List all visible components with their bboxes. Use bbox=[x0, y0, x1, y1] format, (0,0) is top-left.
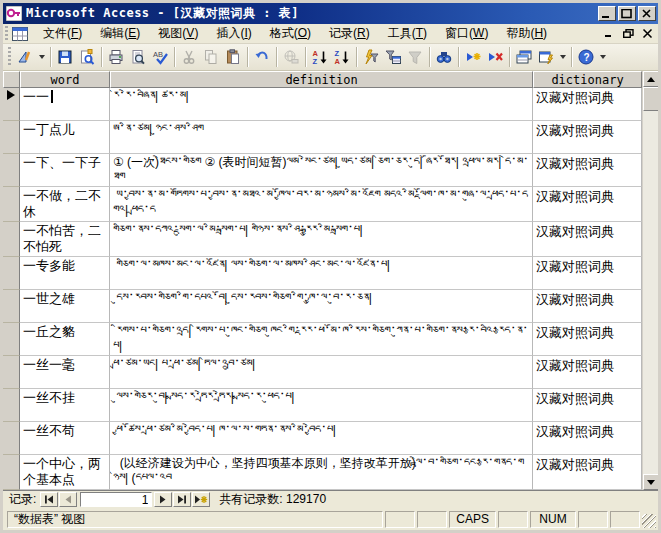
word-cell[interactable]: 一丝一毫 bbox=[20, 356, 110, 389]
row-selector[interactable] bbox=[3, 222, 20, 257]
row-selector[interactable] bbox=[3, 389, 20, 422]
close-button[interactable] bbox=[638, 6, 656, 21]
dictionary-cell[interactable]: 汉藏对照词典 bbox=[533, 187, 642, 222]
definition-cell[interactable]: ཡ་བྱས་ན་མ་གཏོགས་པ་བྱས་ན་མཐའ་མ་ཁྱོལ་བར་མ་… bbox=[110, 187, 533, 222]
dictionary-cell[interactable]: 汉藏对照词典 bbox=[533, 389, 642, 422]
sort-descending-button[interactable]: ZA bbox=[331, 46, 353, 68]
filter-by-selection-button[interactable] bbox=[360, 46, 382, 68]
definition-cell[interactable]: ① (一次)ཐེངས་གཅིག ② (表时间短暂)ལམ་སེང་ཙམ| ཡུད་… bbox=[110, 154, 533, 187]
menubar-grip[interactable] bbox=[5, 26, 8, 42]
file-search-button[interactable] bbox=[76, 46, 98, 68]
dictionary-cell[interactable]: 汉藏对照词典 bbox=[533, 356, 642, 389]
word-cell[interactable]: 一不做，二不休 bbox=[20, 187, 110, 222]
sort-ascending-button[interactable]: AZ bbox=[309, 46, 331, 68]
dictionary-cell[interactable]: 汉藏对照词典 bbox=[533, 121, 642, 154]
row-selector[interactable] bbox=[3, 121, 20, 154]
menu-f[interactable]: 文件(F) bbox=[34, 23, 91, 44]
word-cell[interactable]: 一世之雄 bbox=[20, 290, 110, 323]
filter-by-form-button[interactable] bbox=[382, 46, 404, 68]
definition-cell[interactable]: རེ་རེ་བཞིན| ཚར་མ| bbox=[110, 88, 533, 121]
menu-v[interactable]: 视图(V) bbox=[149, 23, 207, 44]
apply-filter-button[interactable] bbox=[404, 46, 426, 68]
next-record-button[interactable] bbox=[154, 492, 172, 507]
view-button[interactable] bbox=[14, 46, 36, 68]
menu-h[interactable]: 帮助(H) bbox=[497, 23, 556, 44]
dictionary-cell[interactable]: 汉藏对照词典 bbox=[533, 290, 642, 323]
vertical-scrollbar[interactable] bbox=[642, 71, 658, 490]
word-cell[interactable]: 一丝不苟 bbox=[20, 422, 110, 455]
save-button[interactable] bbox=[54, 46, 76, 68]
delete-record-button[interactable] bbox=[484, 46, 506, 68]
child-restore-button[interactable] bbox=[620, 26, 637, 41]
column-header-definition[interactable]: definition bbox=[110, 71, 533, 88]
copy-button[interactable] bbox=[200, 46, 222, 68]
dictionary-cell[interactable]: 汉藏对照词典 bbox=[533, 88, 642, 121]
view-dropdown[interactable] bbox=[36, 46, 47, 68]
previous-record-button[interactable] bbox=[59, 492, 77, 507]
resize-grip[interactable] bbox=[642, 514, 656, 528]
dictionary-cell[interactable]: 汉藏对照词典 bbox=[533, 422, 642, 455]
dictionary-cell[interactable]: 汉藏对照词典 bbox=[533, 222, 642, 257]
first-record-button[interactable] bbox=[40, 492, 58, 507]
definition-cell[interactable]: (以经济建设为中心，坚持四项基本原则，坚持改革开放)ལྟེ་བ་གཅིག་དང་… bbox=[110, 455, 533, 490]
word-cell[interactable]: 一丝不挂 bbox=[20, 389, 110, 422]
menu-i[interactable]: 插入(I) bbox=[207, 23, 260, 44]
definition-cell[interactable]: དུས་རབས་གཅིག་གི་དཔའ་བོ| དུས་རབས་གཅིག་གི་… bbox=[110, 290, 533, 323]
find-button[interactable] bbox=[433, 46, 455, 68]
toolbar-grip[interactable] bbox=[8, 47, 11, 67]
minimize-button[interactable] bbox=[598, 6, 616, 21]
row-selector[interactable] bbox=[3, 323, 20, 356]
dictionary-cell[interactable]: 汉藏对照词典 bbox=[533, 257, 642, 290]
menu-o[interactable]: 格式(O) bbox=[261, 23, 320, 44]
child-minimize-button[interactable] bbox=[601, 26, 618, 41]
column-header-dictionary[interactable]: dictionary bbox=[533, 71, 642, 88]
definition-cell[interactable]: གཅིག་ནས་དཀའ་སྡུག་ལ་མི་སྐྲག་པ| གཉིས་ནས་ཤི… bbox=[110, 222, 533, 257]
row-selector[interactable] bbox=[3, 455, 20, 490]
print-preview-button[interactable] bbox=[127, 46, 149, 68]
word-cell[interactable]: 一丘之貉 bbox=[20, 323, 110, 356]
dictionary-cell[interactable]: 汉藏对照词典 bbox=[533, 154, 642, 187]
menu-r[interactable]: 记录(R) bbox=[320, 23, 379, 44]
word-cell[interactable]: 一个中心，两个基本点 bbox=[20, 455, 110, 490]
toolbar-options-button[interactable] bbox=[597, 46, 608, 68]
database-window-button[interactable] bbox=[513, 46, 535, 68]
scroll-up-button[interactable] bbox=[643, 71, 658, 87]
dictionary-cell[interactable]: 汉藏对照词典 bbox=[533, 455, 642, 490]
insert-hyperlink-button[interactable] bbox=[280, 46, 302, 68]
row-selector[interactable] bbox=[3, 187, 20, 222]
row-selector[interactable] bbox=[3, 257, 20, 290]
word-cell[interactable]: 一一 bbox=[20, 88, 110, 121]
dictionary-cell[interactable]: 汉藏对照词典 bbox=[533, 323, 642, 356]
select-all-header[interactable] bbox=[3, 71, 20, 88]
maximize-button[interactable] bbox=[618, 6, 636, 21]
new-object-button[interactable] bbox=[535, 46, 557, 68]
last-record-button[interactable] bbox=[173, 492, 191, 507]
menu-t[interactable]: 工具(T) bbox=[379, 23, 436, 44]
word-cell[interactable]: 一丁点儿 bbox=[20, 121, 110, 154]
definition-cell[interactable]: ལུས་གཅེར་བུ| སྨད་ར་ཏྲེར་ཏྲེར| སྨད་ར་ཕུད་… bbox=[110, 389, 533, 422]
paste-button[interactable] bbox=[222, 46, 244, 68]
scrollbar-thumb[interactable] bbox=[643, 87, 658, 111]
row-selector[interactable] bbox=[3, 88, 20, 121]
help-button[interactable]: ? bbox=[575, 46, 597, 68]
row-selector[interactable] bbox=[3, 356, 20, 389]
row-selector[interactable] bbox=[3, 154, 20, 187]
definition-cell[interactable]: ཕྱ་ཚོས་ཕྲ་ཙམ་མི་བྱེད་པ| ཁ་ལ་ས་གཏན་ནས་མི་… bbox=[110, 422, 533, 455]
new-record-button[interactable] bbox=[462, 46, 484, 68]
definition-cell[interactable]: ཨ་ནི་ཙམ| ཉུང་ཤས་ཤིག bbox=[110, 121, 533, 154]
print-button[interactable] bbox=[105, 46, 127, 68]
word-cell[interactable]: 一不怕苦，二不怕死 bbox=[20, 222, 110, 257]
menu-e[interactable]: 编辑(E) bbox=[91, 23, 149, 44]
row-selector[interactable] bbox=[3, 422, 20, 455]
word-cell[interactable]: 一下、一下子 bbox=[20, 154, 110, 187]
word-cell[interactable]: 一专多能 bbox=[20, 257, 110, 290]
current-record-input[interactable] bbox=[80, 492, 152, 507]
spelling-button[interactable]: AB bbox=[149, 46, 171, 68]
cut-button[interactable] bbox=[178, 46, 200, 68]
definition-cell[interactable]: གཅིག་ལ་མཁས་མང་ལ་འཛོན| ལས་གཅིག་ལ་མཁས་ཤིང་… bbox=[110, 257, 533, 290]
definition-cell[interactable]: རིགས་པ་གཅིག་འདྲ| རིགས་པ་ཁུང་གཅིག ཁུང་གི་… bbox=[110, 323, 533, 356]
undo-button[interactable] bbox=[251, 46, 273, 68]
scroll-down-button[interactable] bbox=[643, 474, 658, 490]
child-close-button[interactable] bbox=[639, 26, 656, 41]
new-record-nav-button[interactable] bbox=[192, 492, 210, 507]
